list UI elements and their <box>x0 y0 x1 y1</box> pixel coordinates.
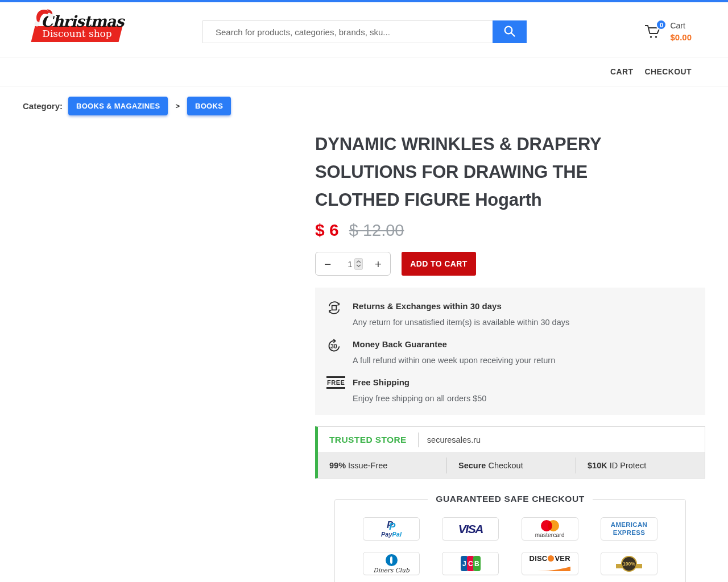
nav-link-cart[interactable]: CART <box>610 67 633 76</box>
current-price: $ 6 <box>315 221 339 240</box>
product-image-area <box>23 130 315 582</box>
quantity-input[interactable] <box>344 259 353 269</box>
santa-hat-icon <box>31 7 53 31</box>
payment-methods-grid: PP PayPal VISA mastercard AMERICANEXPRES… <box>335 510 685 582</box>
benefit-title: Returns & Exchanges within 30 days <box>353 300 569 311</box>
secondary-nav: CART CHECKOUT <box>0 57 728 86</box>
breadcrumb-item-books[interactable]: BOOKS <box>187 97 231 115</box>
search-bar <box>202 20 527 43</box>
nav-link-checkout[interactable]: CHECKOUT <box>644 67 692 76</box>
product-title: DYNAMIC WRINKLES & DRAPERY SOLUTIONS FOR… <box>315 130 656 214</box>
cart-icon <box>644 32 662 41</box>
store-domain: securesales.ru <box>419 435 489 444</box>
header: Christmas Discount shop 0 Cart <box>0 2 728 57</box>
breadcrumb-separator: > <box>175 102 180 110</box>
money-back-icon: 30 <box>326 338 353 365</box>
cart-total: $0.00 <box>670 32 692 42</box>
paypal-logo: PP PayPal <box>363 517 420 541</box>
add-to-cart-button[interactable]: ADD TO CART <box>402 252 476 276</box>
discover-logo: DISCVER <box>522 552 578 575</box>
stat-secure-checkout: Secure Checkout <box>447 461 576 470</box>
returns-icon <box>326 300 353 327</box>
stat-issue-free: 99% Issue-Free <box>318 461 446 470</box>
quantity-decrease-button[interactable]: − <box>324 258 331 270</box>
breadcrumb-item-books-magazines[interactable]: BOOKS & MAGAZINES <box>68 97 168 115</box>
store-logo[interactable]: Christmas Discount shop <box>32 13 124 42</box>
trusted-store-title: TRUSTED STORE <box>318 435 418 445</box>
search-button[interactable] <box>493 20 527 43</box>
amex-logo: AMERICANEXPRESS <box>601 517 657 541</box>
product-info: DYNAMIC WRINKLES & DRAPERY SOLUTIONS FOR… <box>315 130 705 582</box>
breadcrumb-label: Category: <box>23 101 63 111</box>
quantity-spinner[interactable] <box>354 258 363 270</box>
cart-count-badge: 0 <box>656 19 667 30</box>
breadcrumb: Category: BOOKS & MAGAZINES > BOOKS <box>23 97 728 115</box>
cart-widget[interactable]: 0 Cart $0.00 <box>644 21 692 42</box>
safe-checkout-panel: GUARANTEED SAFE CHECKOUT PP PayPal VISA … <box>334 494 686 582</box>
benefit-desc: Any return for unsatisfied item(s) is av… <box>353 318 569 327</box>
benefit-desc: Enjoy free shipping on all orders $50 <box>353 394 486 403</box>
free-shipping-icon: FREE <box>326 376 353 403</box>
benefit-money-back: 30 Money Back Guarantee A full refund wi… <box>315 338 705 365</box>
trusted-stats-strip: 99% Issue-Free Secure Checkout $10K ID P… <box>318 452 705 478</box>
old-price: $ 12.00 <box>349 221 404 240</box>
main-content: DYNAMIC WRINKLES & DRAPERY SOLUTIONS FOR… <box>0 130 728 582</box>
safe-checkout-title: GUARANTEED SAFE CHECKOUT <box>428 494 593 504</box>
search-input[interactable] <box>202 20 493 43</box>
buy-row: − + ADD TO CART <box>315 252 705 276</box>
search-icon <box>503 24 516 40</box>
quantity-stepper: − + <box>315 252 391 276</box>
diners-club-logo: Diners Club <box>363 552 420 575</box>
benefit-title: Money Back Guarantee <box>353 338 555 349</box>
quantity-increase-button[interactable]: + <box>375 258 382 270</box>
benefit-title: Free Shipping <box>353 376 486 387</box>
cart-label: Cart <box>670 21 692 30</box>
benefit-free-shipping: FREE Free Shipping Enjoy free shipping o… <box>315 376 705 403</box>
benefits-panel: Returns & Exchanges within 30 days Any r… <box>315 288 705 415</box>
svg-text:30: 30 <box>330 343 337 350</box>
trusted-store-panel: TRUSTED STORE securesales.ru 99% Issue-F… <box>315 426 705 479</box>
price-row: $ 6 $ 12.00 <box>315 221 705 240</box>
guarantee-badge-logo: 100% <box>601 552 657 575</box>
benefit-desc: A full refund within one week upon recei… <box>353 356 555 365</box>
stat-id-protect: $10K ID Protect <box>576 461 705 470</box>
mastercard-logo: mastercard <box>522 517 578 541</box>
jcb-logo: JCB <box>442 552 499 575</box>
visa-logo: VISA <box>442 517 499 541</box>
benefit-returns: Returns & Exchanges within 30 days Any r… <box>315 300 705 327</box>
